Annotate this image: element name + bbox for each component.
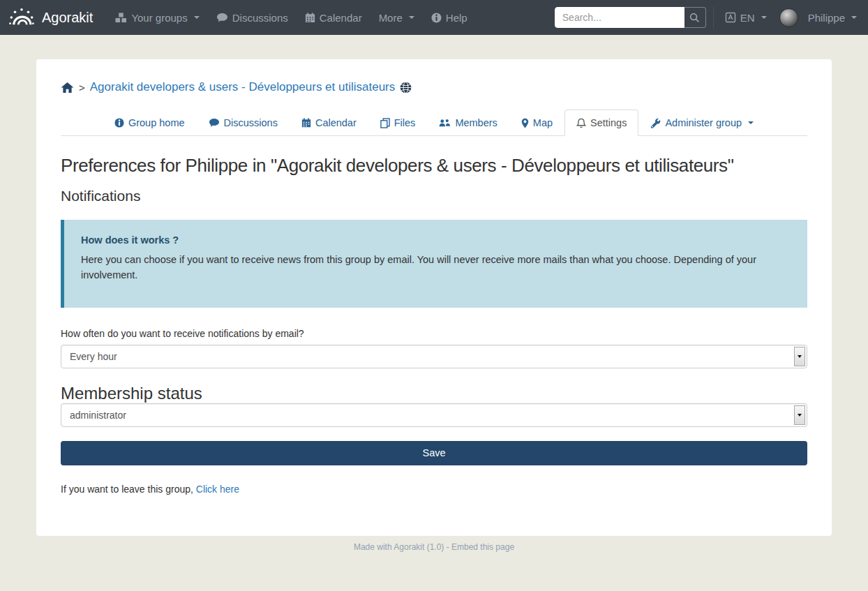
notifications-heading: Notifications [61,188,807,204]
cubes-icon [115,13,127,23]
membership-status-select[interactable]: administrator [61,403,807,427]
nav-more[interactable]: More [371,0,423,35]
tab-files[interactable]: Files [368,110,428,136]
map-marker-icon [521,118,529,128]
tab-members[interactable]: Members [427,110,509,136]
brand[interactable]: Agorakit [8,7,93,28]
group-tabs: Group home Discussions [61,110,807,136]
navbar-divider [713,7,714,28]
callout-title: How does it works ? [81,234,791,246]
home-icon[interactable] [61,82,74,93]
nav-your-groups[interactable]: Your groups [107,0,207,35]
chevron-down-icon [194,16,200,19]
user-name-label: Philippe [808,12,845,24]
user-menu[interactable]: Philippe [771,0,857,35]
chevron-down-icon [748,121,754,124]
nav-your-groups-label: Your groups [131,12,187,24]
top-navbar: Agorakit Your groups Discussions [0,0,868,35]
comments-icon [209,118,220,128]
main-card: > Agorakit developers & users - Développ… [36,59,832,536]
notification-frequency-select[interactable]: Every hour [61,345,807,368]
tab-label: Map [533,117,553,128]
notification-frequency-label: How often do you want to receive notific… [61,328,807,339]
language-icon [725,12,736,23]
info-circle-icon [114,118,124,128]
calendar-icon [301,118,311,128]
footer-text[interactable]: Made with Agorakit (1.0) - Embed this pa… [354,542,514,552]
nav-help[interactable]: Help [423,0,476,35]
info-circle-icon [431,13,442,23]
nav-discussions-label: Discussions [232,12,288,24]
page-title: Preferences for Philippe in "Agorakit de… [61,154,807,177]
tab-settings[interactable]: Settings [564,110,638,136]
chevron-down-icon [409,16,414,19]
tab-label: Discussions [224,117,278,128]
agorakit-logo-icon [8,7,35,28]
selected-option: administrator [61,404,807,426]
language-label: EN [740,12,755,24]
breadcrumb: > Agorakit developers & users - Développ… [61,80,807,94]
leave-group-link[interactable]: Click here [196,484,239,495]
page-footer: Made with Agorakit (1.0) - Embed this pa… [0,542,868,552]
tab-administer-group[interactable]: Administer group [638,110,765,136]
search-icon [689,13,700,23]
membership-status-heading: Membership status [61,384,807,403]
wrench-icon [650,118,661,128]
nav-calendar[interactable]: Calendar [297,0,371,35]
search-form [555,7,706,28]
calendar-icon [305,13,315,23]
tab-discussions[interactable]: Discussions [197,110,290,136]
tab-label: Group home [128,117,185,128]
navbar-right: EN Philippe [555,0,857,35]
users-icon [439,118,451,128]
bell-icon [576,118,586,128]
nav-discussions[interactable]: Discussions [208,0,297,35]
select-dropdown-arrow-icon [794,347,805,366]
nav-help-label: Help [446,12,467,24]
leave-group-row: If you want to leave this group, Click h… [61,484,807,495]
search-button[interactable] [684,7,706,28]
info-callout: How does it works ? Here you can choose … [61,220,807,308]
user-avatar [779,8,798,27]
chevron-down-icon [761,16,767,19]
tab-label: Administer group [665,117,742,128]
tab-group-home[interactable]: Group home [103,110,197,136]
tab-label: Settings [590,117,627,128]
files-icon [380,118,390,128]
breadcrumb-group-link[interactable]: Agorakit developers & users - Développeu… [90,80,396,94]
language-menu[interactable]: EN [721,0,771,35]
leave-group-text: If you want to leave this group, [61,484,196,495]
brand-label: Agorakit [42,10,93,26]
tab-label: Members [455,117,497,128]
globe-icon [400,82,412,93]
nav-more-label: More [379,12,403,24]
main-nav: Your groups Discussions [107,0,475,35]
callout-text: Here you can choose if you want to recei… [81,252,786,283]
tab-calendar[interactable]: Calendar [290,110,368,136]
tab-label: Calendar [315,117,357,128]
tab-map[interactable]: Map [509,110,564,136]
comment-icon [216,13,228,23]
selected-option: Every hour [61,345,807,368]
save-button[interactable]: Save [61,441,807,465]
breadcrumb-separator: > [79,82,85,93]
chevron-down-icon [851,16,857,19]
select-dropdown-arrow-icon [794,405,805,425]
search-input[interactable] [555,7,684,28]
tab-label: Files [394,117,416,128]
nav-calendar-label: Calendar [320,12,362,24]
